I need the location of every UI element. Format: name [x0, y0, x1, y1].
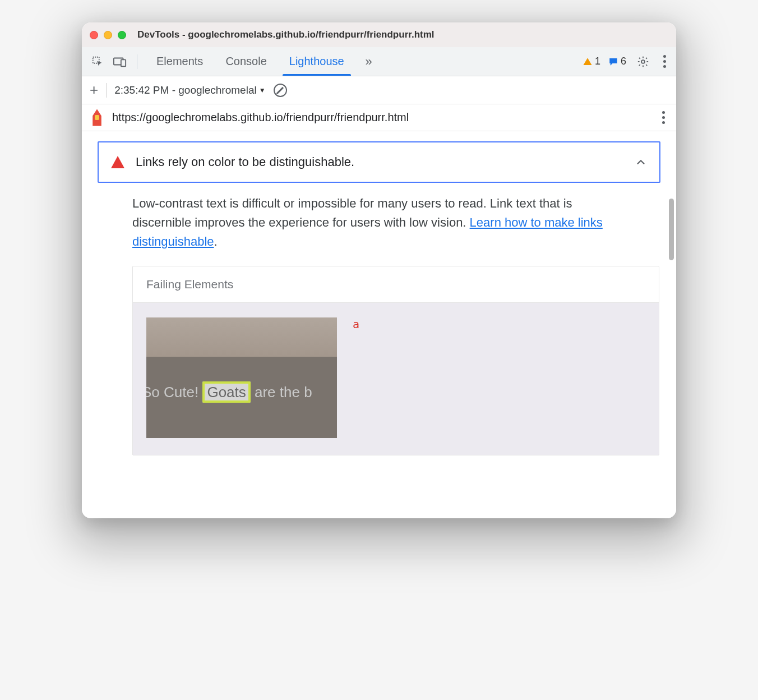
scrollbar-thumb[interactable]: [669, 199, 674, 260]
error-triangle-icon: [111, 156, 124, 168]
warnings-count: 1: [595, 56, 600, 67]
report-selector[interactable]: 2:35:42 PM - googlechromelal ▼: [114, 84, 265, 96]
report-menu-icon[interactable]: [659, 108, 668, 127]
maximize-window-button[interactable]: [118, 31, 126, 39]
settings-icon[interactable]: [634, 53, 652, 71]
audit-header[interactable]: Links rely on color to be distinguishabl…: [98, 141, 660, 183]
audit-title: Links rely on color to be distinguishabl…: [136, 155, 623, 169]
thumb-post: are the b: [251, 384, 312, 400]
report-url: https://googlechromelabs.github.io/frien…: [112, 111, 651, 124]
thumb-pre: So Cute!: [146, 384, 202, 400]
element-screenshot-thumbnail[interactable]: So Cute! Goats are the b: [146, 317, 337, 438]
titlebar: DevTools - googlechromelabs.github.io/fr…: [82, 22, 676, 47]
failing-elements-section: Failing Elements So Cute! Goats are the …: [132, 266, 659, 455]
audit-desc-post: .: [214, 234, 218, 248]
thumbnail-bg-top: [146, 317, 337, 357]
warnings-counter[interactable]: 1: [583, 56, 600, 67]
warning-icon: [583, 57, 593, 67]
messages-count: 6: [621, 56, 626, 67]
chevron-up-icon: [635, 156, 647, 168]
lighthouse-subbar: + 2:35:42 PM - googlechromelal ▼: [82, 76, 676, 104]
report-content: Links rely on color to be distinguishabl…: [82, 131, 676, 518]
tab-elements[interactable]: Elements: [145, 47, 214, 76]
window-controls: [90, 31, 126, 39]
close-window-button[interactable]: [90, 31, 98, 39]
inspect-element-icon[interactable]: [89, 53, 107, 71]
failing-elements-body: So Cute! Goats are the b a: [133, 303, 659, 455]
tab-lighthouse[interactable]: Lighthouse: [278, 47, 355, 76]
report-selector-label: 2:35:42 PM - googlechromelal: [114, 84, 256, 96]
minimize-window-button[interactable]: [104, 31, 112, 39]
main-menu-icon[interactable]: [660, 52, 669, 71]
thumbnail-highlight: Goats: [202, 381, 250, 403]
window-title: DevTools - googlechromelabs.github.io/fr…: [137, 29, 435, 40]
devtools-window: DevTools - googlechromelabs.github.io/fr…: [82, 22, 676, 518]
clear-report-icon[interactable]: [274, 84, 287, 97]
dropdown-caret-icon: ▼: [259, 86, 266, 94]
new-report-button[interactable]: +: [90, 81, 98, 99]
subbar-divider: [106, 83, 107, 98]
messages-counter[interactable]: 6: [608, 56, 626, 67]
thumbnail-text: So Cute! Goats are the b: [146, 384, 337, 401]
lighthouse-logo-icon: [90, 109, 104, 126]
main-toolbar: Elements Console Lighthouse » 1 6: [82, 47, 676, 76]
audit-description: Low-contrast text is difficult or imposs…: [132, 194, 614, 251]
element-tag-name[interactable]: a: [353, 317, 359, 331]
toolbar-right: 1 6: [583, 52, 669, 71]
svg-rect-2: [121, 59, 126, 66]
panel-tabs: Elements Console Lighthouse: [145, 47, 355, 76]
message-icon: [608, 57, 618, 67]
device-toolbar-icon[interactable]: [111, 53, 129, 71]
report-url-row: https://googlechromelabs.github.io/frien…: [82, 104, 676, 131]
svg-point-3: [641, 60, 645, 63]
more-tabs-icon[interactable]: »: [360, 53, 378, 71]
failing-elements-heading: Failing Elements: [133, 266, 659, 303]
toolbar-divider: [137, 54, 137, 69]
tab-console[interactable]: Console: [214, 47, 278, 76]
